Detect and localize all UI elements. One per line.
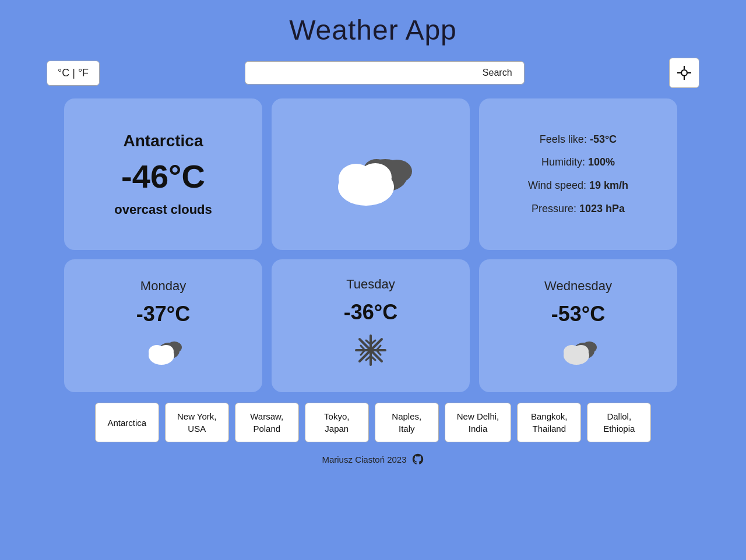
forecast-icon-1 bbox=[353, 333, 388, 375]
city-btn-2[interactable]: Warsaw,Poland bbox=[235, 403, 299, 442]
forecast-day-1: Tuesday bbox=[346, 277, 395, 292]
overcast-clouds-icon bbox=[324, 139, 417, 209]
forecast-temp-1: -36°C bbox=[344, 300, 397, 325]
city-btn-5[interactable]: New Delhi,India bbox=[445, 403, 512, 442]
forecast-day-0: Monday bbox=[140, 279, 186, 294]
footer: Mariusz Ciastoń 2023 bbox=[322, 453, 424, 466]
forecast-icon-0 bbox=[143, 334, 184, 374]
svg-point-0 bbox=[681, 70, 687, 76]
city-btn-1[interactable]: New York,USA bbox=[165, 403, 229, 442]
crosshair-icon bbox=[676, 65, 692, 81]
pressure-value: 1023 hPa bbox=[579, 203, 625, 214]
main-grid: Antarctica -46°C overcast clouds Feels l bbox=[64, 98, 682, 392]
forecast-tuesday: Tuesday -36°C bbox=[272, 259, 470, 392]
unit-toggle-button[interactable]: °C | °F bbox=[47, 61, 100, 86]
forecast-icon-2 bbox=[558, 334, 599, 374]
city-btn-4[interactable]: Naples,Italy bbox=[375, 403, 439, 442]
city-btn-7[interactable]: Dallol,Ethiopia bbox=[587, 403, 651, 442]
city-buttons-bar: Antarctica New York,USA Warsaw,Poland To… bbox=[64, 403, 682, 442]
feels-like-row: Feels like: -53°C bbox=[528, 128, 628, 152]
svg-point-10 bbox=[359, 163, 392, 191]
city-name: Antarctica bbox=[114, 132, 212, 150]
pressure-row: Pressure: 1023 hPa bbox=[528, 198, 628, 221]
main-temperature: -46°C bbox=[114, 157, 212, 195]
wind-speed-value: 19 km/h bbox=[589, 179, 628, 191]
search-button[interactable]: Search bbox=[471, 61, 525, 84]
search-input[interactable] bbox=[245, 61, 471, 84]
header-bar: °C | °F Search bbox=[47, 58, 699, 88]
city-info: Antarctica -46°C overcast clouds bbox=[114, 132, 212, 217]
github-icon bbox=[411, 453, 424, 466]
weather-description: overcast clouds bbox=[114, 202, 212, 217]
svg-point-15 bbox=[159, 345, 174, 358]
weather-icon-display bbox=[324, 116, 417, 233]
feels-like-value: -53°C bbox=[590, 133, 617, 145]
weather-details: Feels like: -53°C Humidity: 100% Wind sp… bbox=[528, 128, 628, 220]
humidity-row: Humidity: 100% bbox=[528, 151, 628, 174]
snowflake-icon bbox=[353, 333, 388, 368]
forecast-temp-2: -53°C bbox=[551, 302, 605, 326]
forecast-temp-0: -37°C bbox=[136, 302, 190, 326]
forecast-wednesday: Wednesday -53°C bbox=[479, 259, 677, 392]
app-title: Weather App bbox=[289, 14, 457, 46]
forecast-day-2: Wednesday bbox=[544, 279, 612, 294]
forecast-monday: Monday -37°C bbox=[64, 259, 262, 392]
search-bar: Search bbox=[245, 61, 525, 84]
footer-text: Mariusz Ciastoń 2023 bbox=[322, 455, 406, 464]
weather-icon-card bbox=[272, 98, 470, 250]
city-btn-3[interactable]: Tokyo,Japan bbox=[305, 403, 369, 442]
current-weather-card: Antarctica -46°C overcast clouds bbox=[64, 98, 262, 250]
wind-speed-row: Wind speed: 19 km/h bbox=[528, 174, 628, 198]
svg-point-32 bbox=[573, 345, 589, 358]
city-btn-6[interactable]: Bangkok,Thailand bbox=[517, 403, 581, 442]
weather-details-card: Feels like: -53°C Humidity: 100% Wind sp… bbox=[479, 98, 677, 250]
city-btn-0[interactable]: Antarctica bbox=[95, 403, 159, 442]
humidity-value: 100% bbox=[588, 156, 615, 168]
location-button[interactable] bbox=[669, 58, 699, 88]
